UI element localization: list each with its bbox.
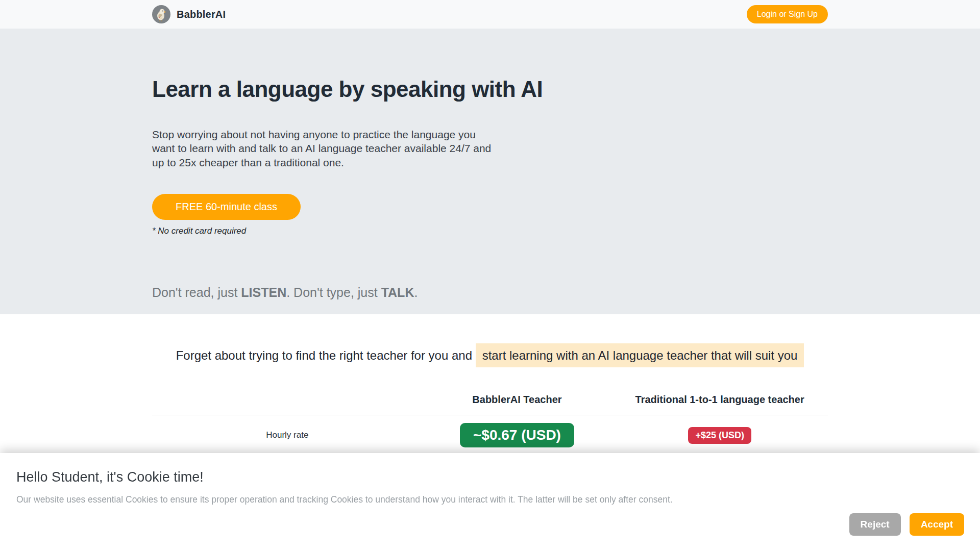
tagline-pre: Don't read, just [152, 285, 241, 299]
metric-column-header [152, 394, 423, 415]
table-header-row: BabblerAI Teacher Traditional 1-to-1 lan… [152, 394, 828, 415]
hero-subtitle: Stop worrying about not having anyone to… [152, 128, 495, 169]
cookie-banner-message: Our website uses essential Cookies to en… [16, 494, 965, 505]
login-signup-button[interactable]: Login or Sign Up [747, 5, 828, 23]
babbler-column-header: BabblerAI Teacher [423, 394, 612, 415]
table-row: Hourly rate ~$0.67 (USD) +$25 (USD) [152, 415, 828, 457]
tagline: Don't read, just LISTEN. Don't type, jus… [152, 285, 828, 300]
comparison-section: Forget about trying to find the right te… [0, 314, 980, 457]
bird-logo-icon [152, 5, 170, 23]
babbler-price-badge: ~$0.67 (USD) [460, 423, 574, 447]
hero-section: Learn a language by speaking with AI Sto… [0, 29, 980, 314]
free-class-button[interactable]: FREE 60-minute class [152, 194, 301, 220]
hourly-rate-label: Hourly rate [266, 430, 308, 440]
cookie-banner-title: Hello Student, it's Cookie time! [16, 469, 965, 485]
traditional-price-badge: +$25 (USD) [688, 427, 751, 444]
tagline-mid: . Don't type, just [286, 285, 381, 299]
traditional-column-header: Traditional 1-to-1 language teacher [611, 394, 828, 415]
intro-highlighted-text: start learning with an AI language teach… [476, 343, 804, 367]
tagline-end: . [414, 285, 418, 299]
hero-title: Learn a language by speaking with AI [152, 29, 828, 102]
intro-sentence: Forget about trying to find the right te… [152, 344, 828, 367]
tagline-listen: LISTEN [241, 285, 286, 299]
brand-name: BabblerAI [177, 9, 226, 20]
comparison-table: BabblerAI Teacher Traditional 1-to-1 lan… [152, 394, 828, 457]
cookie-banner-actions: Reject Accept [849, 513, 964, 536]
no-credit-card-note: * No credit card required [152, 226, 828, 236]
reject-cookies-button[interactable]: Reject [849, 513, 901, 536]
top-navigation-bar: BabblerAI Login or Sign Up [0, 0, 980, 29]
accept-cookies-button[interactable]: Accept [910, 513, 964, 536]
cookie-consent-banner: Hello Student, it's Cookie time! Our web… [0, 453, 980, 551]
intro-plain-text: Forget about trying to find the right te… [176, 348, 476, 362]
brand-logo[interactable]: BabblerAI [152, 5, 226, 23]
tagline-talk: TALK [381, 285, 414, 299]
